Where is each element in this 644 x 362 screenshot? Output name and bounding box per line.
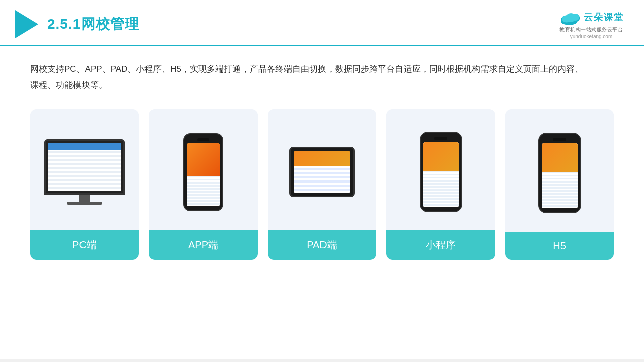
page-title: 2.5.1网校管理 [47,15,139,34]
h5-phone-notch [553,138,566,141]
card-label-mini: 小程序 [386,230,495,260]
card-pc: PC端 [30,109,139,260]
card-mini: 小程序 [386,109,495,260]
description-text: 网校支持PC、APP、PAD、小程序、H5，实现多端打通，产品各终端自由切换，数… [30,61,584,94]
mini-phone-mockup [420,132,462,212]
card-label-app: APP端 [149,230,258,260]
h5-phone-screen [542,143,578,208]
page: 2.5.1网校管理 云朵课堂 教育机构一站式服务云平台 yunduoketa [0,0,644,362]
pc-mockup [44,139,125,205]
phone-screen [187,143,220,206]
h5-phone-mockup [538,133,581,213]
tablet-screen [294,151,350,193]
header: 2.5.1网校管理 云朵课堂 教育机构一站式服务云平台 yunduoketa [0,0,644,46]
brand-tagline: 教育机构一站式服务云平台 [559,26,623,33]
tablet-mockup [289,147,355,197]
card-label-h5: H5 [505,232,614,260]
cloud-logo-group: 云朵课堂 [558,9,624,25]
brand-name-cn: 云朵课堂 [584,11,624,23]
card-h5: H5 [505,109,614,260]
pc-image-area [30,109,139,230]
title-number: 2.5.1 [47,16,81,32]
header-left: 2.5.1网校管理 [15,10,139,38]
pc-stand [79,195,90,202]
h5-image-area [505,109,614,232]
logo-triangle-icon [15,10,38,38]
cloud-icon [558,9,581,25]
card-pad: PAD端 [268,109,376,260]
card-label-pad: PAD端 [268,230,376,260]
mini-phone-notch [434,137,447,140]
pc-base [67,202,102,205]
brand-logo: 云朵课堂 教育机构一站式服务云平台 yunduoketang.com [558,9,624,39]
app-image-area [149,109,258,230]
card-app: APP端 [149,109,258,260]
card-label-pc: PC端 [30,230,139,260]
mini-image-area [386,109,495,230]
svg-point-6 [572,14,580,21]
brand-url: yunduoketang.com [570,34,613,39]
mini-phone-screen [423,142,459,207]
pc-screen-inner [48,143,121,191]
bottom-bar [0,359,644,362]
cards-container: PC端 APP端 PAD端 [30,109,614,349]
pc-screen-outer [44,139,125,195]
app-phone-mockup [183,133,223,211]
main-content: 网校支持PC、APP、PAD、小程序、H5，实现多端打通，产品各终端自由切换，数… [0,46,644,359]
pad-image-area [268,109,376,230]
phone-notch [197,138,209,141]
title-cn: 网校管理 [81,16,139,32]
